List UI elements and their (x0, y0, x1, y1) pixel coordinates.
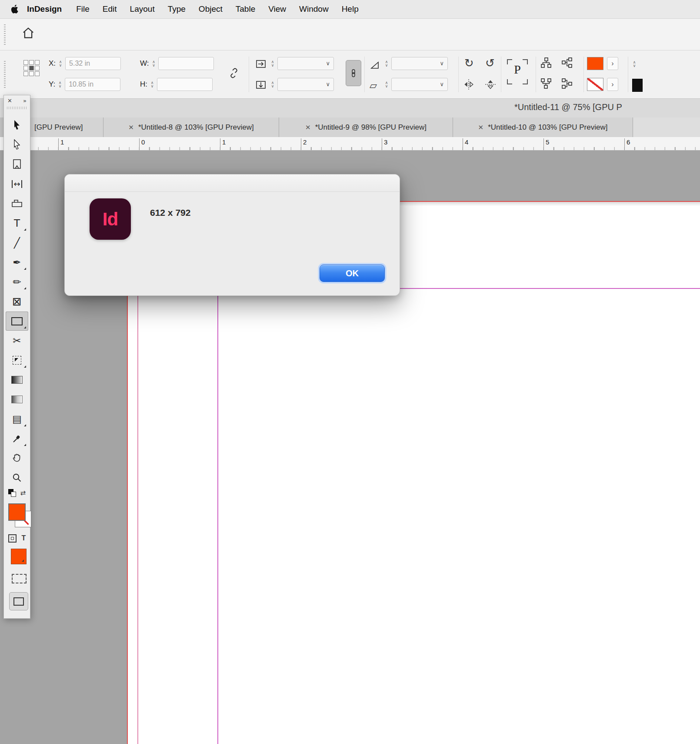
h-stepper[interactable]: ∧∨ (149, 78, 155, 91)
stepper-down-icon[interactable]: ∨ (151, 84, 154, 88)
auto-fit-vertical-icon[interactable] (256, 80, 266, 90)
document-window-titlebar[interactable]: *Untitled-11 @ 75% [GPU P (0, 99, 700, 117)
selection-tool[interactable] (6, 116, 28, 135)
menu-help[interactable]: Help (335, 4, 365, 14)
collapse-panel-icon[interactable]: » (23, 97, 27, 104)
scale-x-stepper[interactable]: ∧∨ (270, 57, 276, 70)
swap-fill-stroke-icon[interactable]: ⇄ (20, 489, 26, 497)
tools-panel-grip[interactable] (7, 107, 27, 109)
scissors-tool[interactable]: ✂ (6, 331, 28, 350)
frame-tool[interactable]: ⊠ (6, 292, 28, 311)
stepper-down-icon[interactable]: ∨ (633, 64, 636, 67)
gradient-swatch-tool[interactable] (6, 370, 28, 389)
menu-edit[interactable]: Edit (96, 4, 123, 14)
menu-window[interactable]: Window (293, 4, 335, 14)
rectangle-tool[interactable] (6, 312, 28, 331)
scale-y-dropdown[interactable]: ∨ (277, 78, 334, 91)
ok-button[interactable]: OK (320, 265, 385, 282)
hand-tool[interactable] (6, 449, 28, 468)
width-input[interactable] (158, 57, 214, 70)
default-fill-stroke-icon[interactable] (8, 489, 16, 497)
pencil-tool[interactable]: ✏ (6, 272, 28, 292)
w-stepper[interactable]: ∧∨ (150, 57, 157, 70)
stepper-down-icon[interactable]: ∨ (271, 84, 274, 88)
close-icon[interactable]: ✕ (305, 124, 311, 131)
tab-untitled-9[interactable]: ✕ *Untitled-9 @ 98% [GPU Preview] (279, 117, 453, 137)
home-icon[interactable] (22, 27, 35, 41)
pen-tool[interactable]: ✒ (6, 253, 28, 272)
close-icon[interactable]: ✕ (478, 124, 484, 131)
toolbar-drag-grip[interactable] (4, 24, 6, 45)
black-color-swatch[interactable] (632, 79, 643, 92)
height-input[interactable] (157, 78, 213, 91)
shear-angle-dropdown[interactable]: ∨ (391, 78, 448, 91)
formatting-affects-text-icon[interactable]: T (21, 534, 26, 542)
content-collector-tool[interactable] (6, 194, 28, 213)
menu-layout[interactable]: Layout (123, 4, 161, 14)
x-position-input[interactable]: 5.32 in (65, 57, 121, 70)
fill-swatch[interactable] (8, 503, 26, 521)
fill-color-swatch[interactable] (587, 57, 603, 70)
tab-untitled-11-partial[interactable] (633, 117, 700, 137)
free-transform-tool[interactable] (6, 351, 28, 370)
screen-mode-button[interactable] (9, 592, 28, 610)
gradient-feather-tool[interactable] (6, 390, 28, 409)
auto-fit-horizontal-icon[interactable] (256, 59, 266, 69)
constrain-proportions-button[interactable] (346, 60, 361, 86)
x-stepper[interactable]: ∧∨ (57, 57, 63, 70)
flip-vertical-icon[interactable] (484, 78, 497, 90)
shear-stepper[interactable]: ∧∨ (383, 78, 390, 91)
menu-app-name[interactable]: InDesign (23, 4, 70, 14)
note-tool[interactable]: ▤ (6, 409, 28, 429)
apple-menu-icon[interactable] (8, 4, 23, 14)
menu-type[interactable]: Type (161, 4, 192, 14)
zoom-tool[interactable] (6, 468, 28, 487)
apply-gradient-button[interactable] (12, 574, 27, 583)
control-panel-grip[interactable] (4, 60, 6, 88)
y-position-input[interactable]: 10.85 in (65, 78, 120, 91)
stepper-down-icon[interactable]: ∨ (152, 64, 155, 67)
rotation-stepper[interactable]: ∧∨ (383, 57, 390, 70)
rotate-ccw-icon[interactable]: ↺ (485, 57, 495, 69)
stepper-down-icon[interactable]: ∨ (385, 64, 388, 67)
horizontal-ruler[interactable]: 1 0 1 2 3 4 5 6 (0, 137, 700, 151)
eyedropper-tool[interactable] (6, 429, 28, 448)
stepper-down-icon[interactable]: ∨ (59, 84, 62, 88)
stepper-down-icon[interactable]: ∨ (385, 84, 388, 88)
page-tool[interactable] (6, 155, 28, 174)
formatting-affects-container-icon[interactable] (8, 534, 17, 543)
line-tool[interactable]: ╱ (6, 233, 28, 252)
stroke-weight-stepper[interactable]: ∧∨ (631, 57, 637, 71)
type-tool[interactable]: T (6, 214, 28, 233)
tab-gpu-preview-partial[interactable]: [GPU Preview] (30, 117, 103, 137)
flip-horizontal-icon[interactable] (463, 78, 475, 90)
space-vertical-icon[interactable] (540, 78, 552, 89)
tab-untitled-8[interactable]: ✕ *Untitled-8 @ 103% [GPU Preview] (103, 117, 279, 137)
close-icon[interactable]: ✕ (7, 97, 12, 104)
direct-selection-tool[interactable] (6, 135, 28, 154)
gap-tool[interactable]: ↔ (6, 174, 28, 194)
paragraph-composer-button[interactable]: P (507, 59, 528, 84)
menu-object[interactable]: Object (192, 4, 229, 14)
distribute-vertical-icon[interactable] (540, 57, 552, 68)
apply-color-button[interactable] (11, 549, 27, 564)
y-stepper[interactable]: ∧∨ (57, 78, 63, 91)
distribute-horizontal-icon[interactable] (561, 57, 573, 68)
rotate-cw-icon[interactable]: ↻ (464, 57, 474, 69)
dialog-titlebar[interactable] (65, 174, 400, 192)
tab-untitled-10[interactable]: ✕ *Untitled-10 @ 103% [GPU Preview] (453, 117, 633, 137)
menu-table[interactable]: Table (229, 4, 262, 14)
fill-flyout-button[interactable]: › (607, 57, 618, 70)
stroke-flyout-button[interactable]: › (607, 78, 618, 91)
stroke-color-swatch[interactable] (587, 78, 603, 91)
menu-view[interactable]: View (262, 4, 293, 14)
scale-y-stepper[interactable]: ∧∨ (270, 78, 276, 91)
space-horizontal-icon[interactable] (561, 78, 573, 89)
close-icon[interactable]: ✕ (128, 124, 134, 131)
reference-point-proxy[interactable] (23, 60, 40, 76)
unlink-dimensions-icon[interactable] (228, 67, 240, 79)
scale-x-dropdown[interactable]: ∨ (277, 57, 334, 70)
stepper-down-icon[interactable]: ∨ (59, 64, 62, 67)
stepper-down-icon[interactable]: ∨ (271, 64, 274, 67)
menu-file[interactable]: File (70, 4, 96, 14)
